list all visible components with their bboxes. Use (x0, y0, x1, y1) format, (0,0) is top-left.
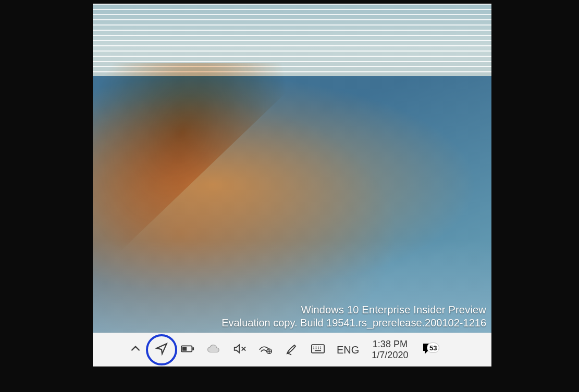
taskbar-clock[interactable]: 1:38 PM 1/7/2020 (366, 339, 413, 360)
touch-keyboard-button[interactable] (306, 342, 329, 358)
windows-ink-tray-button[interactable] (280, 342, 303, 358)
svg-rect-1 (192, 347, 194, 350)
svg-rect-2 (182, 347, 187, 350)
desktop-wallpaper (93, 4, 491, 333)
taskbar: ENG 1:38 PM 1/7/2020 53 (93, 333, 491, 366)
cloud-icon (207, 342, 220, 358)
wifi-globe-icon (259, 342, 273, 358)
action-center-button[interactable]: 53 (416, 342, 441, 358)
network-tray-button[interactable] (254, 342, 277, 358)
chevron-up-icon (129, 342, 142, 358)
build-watermark: Windows 10 Enterprise Insider Preview Ev… (221, 304, 486, 329)
watermark-line-2: Evaluation copy. Build 19541.rs_prerelea… (221, 317, 486, 329)
onedrive-tray-button[interactable] (202, 342, 225, 358)
battery-icon (181, 342, 194, 358)
keyboard-icon (311, 342, 325, 358)
notification-count-badge: 53 (427, 343, 439, 353)
volume-mute-icon (233, 342, 247, 358)
tray-overflow-button[interactable] (124, 342, 147, 358)
pen-ink-icon (285, 342, 299, 358)
clock-date: 1/7/2020 (372, 350, 408, 361)
location-tray-button[interactable] (150, 342, 173, 358)
volume-tray-button[interactable] (228, 342, 251, 358)
ime-language-button[interactable]: ENG (332, 344, 363, 356)
clock-time: 1:38 PM (372, 339, 408, 350)
watermark-line-1: Windows 10 Enterprise Insider Preview (221, 304, 486, 316)
location-icon (155, 342, 168, 358)
battery-tray-button[interactable] (176, 342, 199, 358)
desktop-crop: Windows 10 Enterprise Insider Preview Ev… (93, 4, 491, 366)
system-tray: ENG 1:38 PM 1/7/2020 53 (97, 339, 441, 360)
